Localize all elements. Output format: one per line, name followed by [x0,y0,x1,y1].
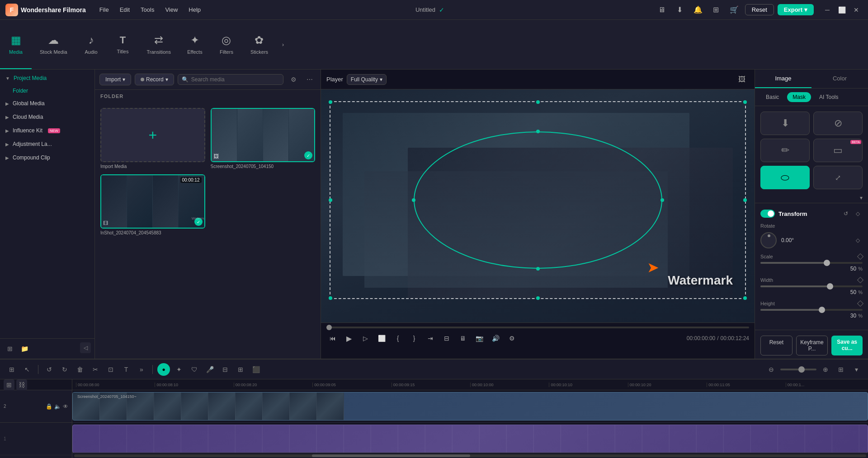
tool-more-button[interactable]: › [276,20,290,69]
tl-zoom-out-button[interactable]: ⊖ [765,363,778,376]
mark-in-button[interactable]: { [392,332,404,345]
time-bar[interactable] [326,327,749,328]
rotate-diamond-icon[interactable]: ◇ [853,235,863,245]
menu-tools[interactable]: Tools [136,5,159,15]
tl-text-button[interactable]: T [120,363,132,376]
scale-handle[interactable] [824,260,830,266]
sidebar-item-global-media[interactable]: ▶ Global Media [0,97,94,110]
width-track[interactable] [760,285,863,287]
scrollbar-thumb[interactable] [312,454,470,457]
tool-media[interactable]: ▦ Media [0,20,32,69]
media-item-video[interactable]: 00:00:12 ✓ 🎞 Waterm InShot_20240704_2045… [100,174,205,235]
import-button[interactable]: Import ▾ [99,74,131,85]
tl-effects-button[interactable]: ✦ [173,363,185,376]
keyframe-button[interactable]: Keyframe P... [796,336,828,355]
menu-help[interactable]: Help [184,5,205,15]
video-thumb[interactable]: 00:00:12 ✓ 🎞 Waterm [100,174,205,229]
fit-button[interactable]: ⇥ [424,332,437,345]
tl-delete-button[interactable]: 🗑 [74,363,86,376]
time-knob[interactable] [326,325,332,330]
tool-transitions[interactable]: ⇄ Transitions [139,20,179,69]
mask-tool-circle-cross[interactable]: ⊘ [813,112,863,135]
sidebar-item-project-media[interactable]: ▼ Project Media [0,71,94,85]
search-input[interactable] [191,76,279,83]
mask-tool-ellipse[interactable]: ⬭ [760,166,810,189]
menu-view[interactable]: View [160,5,182,15]
tool-audio[interactable]: ♪ Audio [75,20,107,69]
sidebar-collapse-button[interactable]: ◁ [80,342,91,353]
tl-grid-button[interactable]: ⊞ [5,363,18,376]
screenshot-thumb[interactable]: ✓ 🖼 [211,108,316,162]
tab-image[interactable]: Image [755,70,811,88]
tl-redo-button[interactable]: ↻ [58,363,71,376]
sidebar-item-compound-clip[interactable]: ▶ Compound Clip [0,151,94,164]
video-clip[interactable]: Screenshot_20240705_104150~ [72,392,868,421]
track-mute-icon[interactable]: 🔈 [54,403,61,410]
monitor-icon[interactable]: 🖥 [655,3,669,17]
tool-filters[interactable]: ◎ Filters [211,20,242,69]
preview-screenshot-button[interactable]: 🖼 [735,72,749,87]
add-video-track-button[interactable]: ⊞ [4,379,14,390]
tl-undo-button[interactable]: ↺ [43,363,56,376]
volume-button[interactable]: 🔊 [489,332,502,345]
tl-cursor-button[interactable]: ↖ [21,363,33,376]
track-lock-icon[interactable]: 🔒 [46,403,52,410]
track-hide-icon[interactable]: 👁 [63,403,68,410]
play-pause-button[interactable]: ▶ [343,332,355,345]
transform-toggle[interactable] [760,210,775,218]
tl-split-button[interactable]: ⊟ [219,363,231,376]
scale-track[interactable] [760,262,863,264]
record-button[interactable]: Record ▾ [135,74,174,85]
more-options-button[interactable]: ⋯ [303,73,316,86]
save-custom-button[interactable]: Save as cu... [831,336,863,355]
fullscreen-button[interactable]: ⬜ [375,332,388,345]
tl-more-button[interactable]: » [135,363,148,376]
tl-mic-button[interactable]: 🎤 [203,363,216,376]
sub-tab-ai-tools[interactable]: AI Tools [814,92,844,102]
sidebar-item-adjustment[interactable]: ▶ Adjustment La... [0,137,94,151]
maximize-button[interactable]: ⬜ [835,4,848,16]
apps-icon[interactable]: ⊞ [709,3,723,17]
height-diamond-icon[interactable] [857,300,863,307]
add-link-button[interactable]: ⛓ [16,379,27,390]
scale-diamond-icon[interactable] [857,253,863,260]
sidebar-add-folder-button[interactable]: ⊞ [4,342,16,355]
export-button[interactable]: Export ▾ [778,4,814,15]
tl-crop-button[interactable]: ⊡ [104,363,117,376]
close-button[interactable]: ✕ [850,4,863,16]
tool-stock-media[interactable]: ☁ Stock Media [32,20,75,69]
notification-icon[interactable]: 🔔 [691,3,705,17]
height-track[interactable] [760,309,863,311]
rotate-dial[interactable] [760,232,777,248]
tl-record-button[interactable]: ● [157,363,170,376]
loop-button[interactable]: ⊟ [440,332,453,345]
login-button[interactable]: Reset [745,4,774,15]
tab-color[interactable]: Color [811,70,868,88]
height-handle[interactable] [819,307,825,313]
settings-button[interactable]: ⚙ [505,332,518,345]
scrollbar-track[interactable] [74,454,866,457]
download-icon[interactable]: ⬇ [673,3,687,17]
tl-zoom-in-button[interactable]: ⊕ [819,363,832,376]
mask-tool-expand[interactable]: ⤢ [813,166,863,189]
sub-tab-mask[interactable]: Mask [787,92,811,102]
sidebar-folder-item[interactable]: Folder [0,85,94,97]
snapshot-button[interactable]: 📷 [473,332,486,345]
filter-button[interactable]: ⚙ [287,73,300,86]
prev-frame-button[interactable]: ⏮ [326,332,339,345]
mask-tool-download[interactable]: ⬇ [760,112,810,135]
tool-effects[interactable]: ✦ Effects [179,20,211,69]
tl-split2-button[interactable]: ⊞ [234,363,247,376]
mask-tool-pen[interactable]: ✏ [760,139,810,162]
zoom-slider[interactable] [780,369,816,370]
width-handle[interactable] [827,283,833,290]
reset-button[interactable]: Reset [760,336,793,355]
app-logo[interactable]: F Wondershare Filmora [5,4,86,16]
audio-clip[interactable] [72,425,868,453]
sidebar-item-cloud-media[interactable]: ▶ Cloud Media [0,110,94,124]
media-item-screenshot[interactable]: ✓ 🖼 Screenshot_20240705_104150 [211,108,316,169]
quality-select[interactable]: Full Quality ▾ [347,74,387,85]
menu-edit[interactable]: Edit [115,5,134,15]
width-diamond-icon[interactable] [857,277,863,283]
minimize-button[interactable]: ─ [821,4,834,16]
